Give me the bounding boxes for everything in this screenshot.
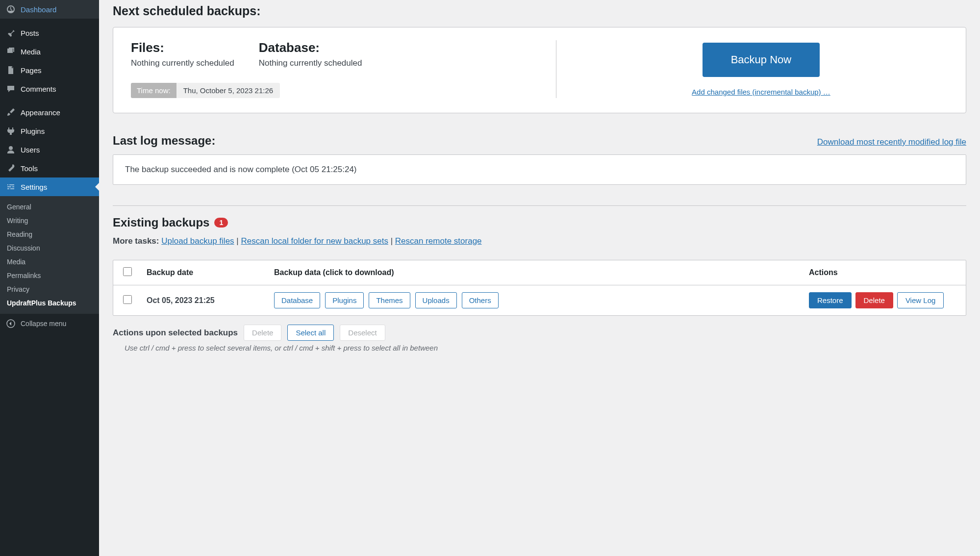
download-log-link[interactable]: Download most recently modified log file <box>817 137 966 147</box>
incremental-backup-link[interactable]: Add changed files (incremental backup) … <box>692 88 830 96</box>
backup-table: Backup date Backup data (click to downlo… <box>113 260 966 316</box>
rescan-local-link[interactable]: Rescan local folder for new backup sets <box>241 236 388 246</box>
log-message: The backup succeeded and is now complete… <box>113 154 966 185</box>
backup-now-button[interactable]: Backup Now <box>703 43 820 77</box>
main-content: Next scheduled backups: Files: Nothing c… <box>99 0 980 556</box>
sidebar-item-posts[interactable]: Posts <box>0 24 99 42</box>
settings-submenu: General Writing Reading Discussion Media… <box>0 196 99 314</box>
select-all-checkbox[interactable] <box>123 267 132 276</box>
admin-sidebar: Dashboard Posts Media Pages Comments App… <box>0 0 99 556</box>
bulk-actions: Actions upon selected backups Delete Sel… <box>113 325 966 341</box>
pill-plugins[interactable]: Plugins <box>325 292 364 308</box>
submenu-updraftplus[interactable]: UpdraftPlus Backups <box>0 296 99 310</box>
db-label: Database: <box>259 40 362 55</box>
sidebar-item-dashboard[interactable]: Dashboard <box>0 0 99 19</box>
table-row: Oct 05, 2023 21:25 Database Plugins Them… <box>113 285 966 315</box>
sidebar-label: Tools <box>21 164 38 173</box>
collapse-icon <box>6 319 16 329</box>
time-now-label: Time now: <box>131 83 176 98</box>
submenu-permalinks[interactable]: Permalinks <box>0 269 99 282</box>
pin-icon <box>6 28 16 38</box>
delete-button[interactable]: Delete <box>855 292 893 308</box>
scheduled-card: Files: Nothing currently scheduled Datab… <box>113 27 966 113</box>
sidebar-item-settings[interactable]: Settings <box>0 177 99 196</box>
collapse-label: Collapse menu <box>21 320 66 328</box>
database-schedule: Database: Nothing currently scheduled <box>259 40 362 68</box>
pill-themes[interactable]: Themes <box>369 292 410 308</box>
sidebar-label: Media <box>21 48 41 56</box>
wrench-icon <box>6 163 16 173</box>
collapse-menu[interactable]: Collapse menu <box>0 314 99 333</box>
divider <box>113 205 966 206</box>
sidebar-item-pages[interactable]: Pages <box>0 61 99 79</box>
more-tasks: More tasks: Upload backup files | Rescan… <box>113 236 966 246</box>
bulk-deselect-button[interactable]: Deselect <box>340 325 385 341</box>
backup-count-badge: 1 <box>214 218 228 227</box>
existing-heading: Existing backups 1 <box>113 216 966 229</box>
sidebar-label: Appearance <box>21 108 60 117</box>
col-date-header: Backup date <box>147 268 274 277</box>
brush-icon <box>6 107 16 117</box>
sidebar-label: Users <box>21 146 40 154</box>
pill-uploads[interactable]: Uploads <box>415 292 457 308</box>
sidebar-item-appearance[interactable]: Appearance <box>0 103 99 122</box>
col-data-header: Backup data (click to download) <box>274 268 809 277</box>
comment-icon <box>6 84 16 94</box>
files-value: Nothing currently scheduled <box>131 58 234 68</box>
db-value: Nothing currently scheduled <box>259 58 362 68</box>
sidebar-item-media[interactable]: Media <box>0 42 99 61</box>
submenu-discussion[interactable]: Discussion <box>0 241 99 255</box>
bulk-delete-button[interactable]: Delete <box>244 325 281 341</box>
backup-data-pills: Database Plugins Themes Uploads Others <box>274 292 809 308</box>
sidebar-label: Settings <box>21 183 47 191</box>
more-tasks-label: More tasks: <box>113 236 159 246</box>
time-now: Time now: Thu, October 5, 2023 21:26 <box>131 83 280 98</box>
submenu-writing[interactable]: Writing <box>0 214 99 227</box>
row-checkbox[interactable] <box>123 295 132 304</box>
sidebar-label: Pages <box>21 66 42 75</box>
rescan-remote-link[interactable]: Rescan remote storage <box>395 236 482 246</box>
bulk-select-all-button[interactable]: Select all <box>287 325 334 341</box>
sidebar-item-plugins[interactable]: Plugins <box>0 122 99 140</box>
last-log-heading: Last log message: <box>113 134 215 148</box>
sidebar-label: Dashboard <box>21 5 56 14</box>
files-label: Files: <box>131 40 234 55</box>
bulk-hint: Use ctrl / cmd + press to select several… <box>113 344 966 352</box>
plug-icon <box>6 126 16 136</box>
sidebar-label: Plugins <box>21 127 45 135</box>
files-schedule: Files: Nothing currently scheduled <box>131 40 234 68</box>
sidebar-item-users[interactable]: Users <box>0 140 99 159</box>
sidebar-label: Posts <box>21 29 39 37</box>
table-header: Backup date Backup data (click to downlo… <box>113 260 966 285</box>
pill-database[interactable]: Database <box>274 292 320 308</box>
bulk-label: Actions upon selected backups <box>113 328 238 338</box>
row-actions: Restore Delete View Log <box>809 292 956 308</box>
existing-heading-text: Existing backups <box>113 216 209 229</box>
user-icon <box>6 145 16 154</box>
sidebar-item-comments[interactable]: Comments <box>0 79 99 98</box>
sidebar-label: Comments <box>21 85 56 93</box>
view-log-button[interactable]: View Log <box>897 292 944 308</box>
submenu-media[interactable]: Media <box>0 255 99 269</box>
restore-button[interactable]: Restore <box>809 292 852 308</box>
col-actions-header: Actions <box>809 268 956 277</box>
time-now-value: Thu, October 5, 2023 21:26 <box>176 83 280 98</box>
submenu-general[interactable]: General <box>0 200 99 214</box>
upload-backup-link[interactable]: Upload backup files <box>161 236 234 246</box>
sidebar-item-tools[interactable]: Tools <box>0 159 99 177</box>
media-icon <box>6 47 16 56</box>
pill-others[interactable]: Others <box>462 292 499 308</box>
page-icon <box>6 65 16 75</box>
scheduled-heading: Next scheduled backups: <box>113 4 966 18</box>
submenu-privacy[interactable]: Privacy <box>0 282 99 296</box>
dashboard-icon <box>6 4 16 14</box>
backup-date: Oct 05, 2023 21:25 <box>147 296 274 305</box>
slider-icon <box>6 182 16 192</box>
submenu-reading[interactable]: Reading <box>0 227 99 241</box>
